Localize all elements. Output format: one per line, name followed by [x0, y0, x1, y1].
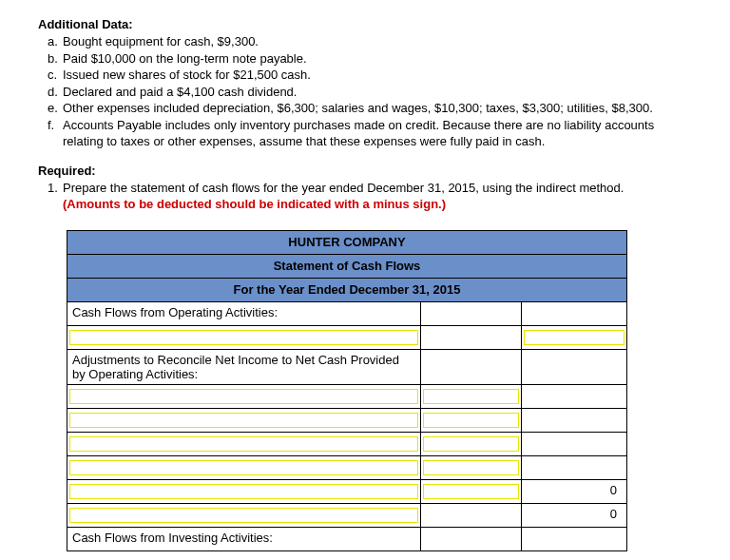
input-line-item[interactable] — [67, 432, 421, 455]
row-adjustments-label: Adjustments to Reconcile Net Income to N… — [67, 349, 421, 384]
input-amount[interactable] — [420, 384, 521, 408]
cell-blank — [521, 301, 626, 325]
cell-blank — [521, 455, 626, 479]
item-a: a. Bought equipment for cash, $9,300. — [48, 33, 692, 50]
item-letter: a. — [48, 33, 63, 50]
cell-blank — [420, 527, 521, 550]
additional-data-title: Additional Data: — [38, 17, 692, 31]
cell-blank — [521, 349, 626, 384]
item-text: Other expenses included depreciation, $6… — [63, 100, 692, 117]
input-amount[interactable] — [521, 325, 626, 349]
input-amount[interactable] — [420, 432, 521, 455]
cell-blank — [420, 301, 521, 325]
header-period: For the Year Ended December 31, 2015 — [67, 278, 627, 301]
item-text: Declared and paid a $4,100 cash dividend… — [63, 84, 692, 101]
item-text: Accounts Payable includes only inventory… — [63, 117, 692, 150]
input-amount[interactable] — [420, 455, 521, 479]
cell-blank — [521, 527, 626, 550]
input-line-item[interactable] — [67, 455, 421, 479]
statement-table: HUNTER COMPANY Statement of Cash Flows F… — [67, 230, 627, 551]
item-f: f. Accounts Payable includes only invent… — [48, 117, 692, 150]
item-letter: c. — [48, 67, 63, 84]
additional-data-section: Additional Data: a. Bought equipment for… — [38, 17, 692, 150]
required-num: 1. — [48, 180, 63, 213]
input-line-item[interactable] — [67, 408, 421, 432]
item-b: b. Paid $10,000 on the long-term note pa… — [48, 50, 692, 68]
input-line-item[interactable] — [67, 384, 421, 408]
cell-blank — [521, 408, 626, 432]
item-letter: d. — [48, 84, 63, 101]
required-item: 1. Prepare the statement of cash flows f… — [48, 180, 692, 213]
item-letter: f. — [48, 117, 63, 150]
required-note: (Amounts to be deducted should be indica… — [63, 197, 446, 211]
row-operating-label: Cash Flows from Operating Activities: — [67, 301, 421, 325]
input-line-item[interactable] — [67, 325, 421, 349]
item-d: d. Declared and paid a $4,100 cash divid… — [48, 84, 692, 101]
required-title: Required: — [38, 164, 692, 178]
input-line-item[interactable] — [67, 479, 421, 503]
required-section: Required: 1. Prepare the statement of ca… — [38, 164, 692, 213]
header-statement: Statement of Cash Flows — [67, 254, 627, 278]
row-investing-label: Cash Flows from Investing Activities: — [67, 527, 421, 550]
item-c: c. Issued new shares of stock for $21,50… — [48, 67, 692, 84]
cell-blank — [521, 384, 626, 408]
cell-blank — [521, 432, 626, 455]
computed-zero: 0 — [521, 479, 626, 503]
item-text: Issued new shares of stock for $21,500 c… — [63, 67, 692, 84]
cell-blank — [420, 349, 521, 384]
item-letter: e. — [48, 100, 63, 117]
item-letter: b. — [48, 50, 63, 68]
computed-zero: 0 — [521, 503, 626, 527]
input-amount[interactable] — [420, 408, 521, 432]
statement-table-wrap: HUNTER COMPANY Statement of Cash Flows F… — [67, 230, 627, 551]
required-instruction: Prepare the statement of cash flows for … — [63, 181, 624, 195]
input-line-item[interactable] — [67, 503, 421, 527]
item-e: e. Other expenses included depreciation,… — [48, 100, 692, 117]
item-text: Bought equipment for cash, $9,300. — [63, 33, 692, 50]
item-text: Paid $10,000 on the long-term note payab… — [63, 50, 692, 68]
required-text: Prepare the statement of cash flows for … — [63, 180, 692, 213]
cell-blank — [420, 503, 521, 527]
cell-blank — [420, 325, 521, 349]
input-amount[interactable] — [420, 479, 521, 503]
header-company: HUNTER COMPANY — [67, 230, 627, 254]
